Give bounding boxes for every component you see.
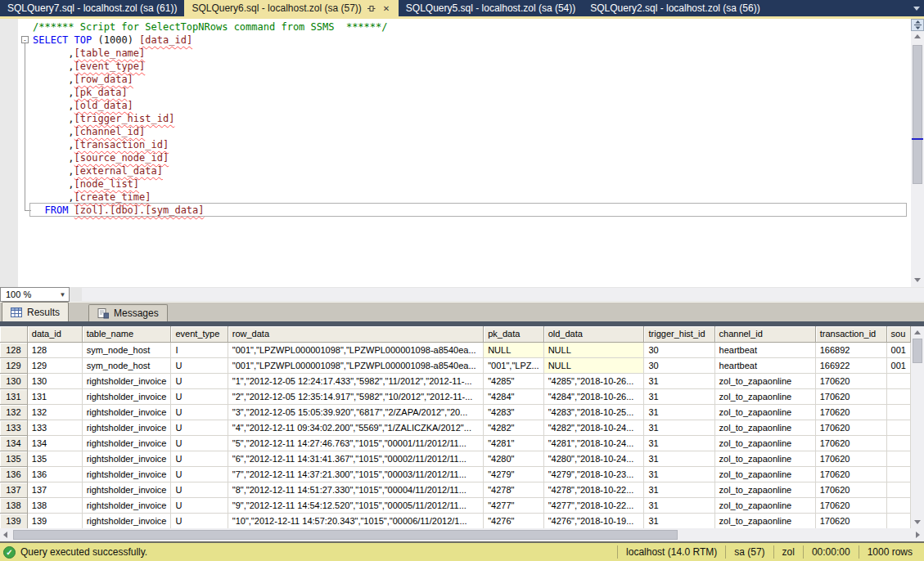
grid-cell[interactable]: 31	[644, 388, 714, 404]
grid-cell[interactable]: "4277"	[484, 497, 543, 513]
grid-cell[interactable]: "4285","2018-10-26...	[543, 373, 644, 388]
grid-cell[interactable]: 001	[886, 357, 910, 373]
grid-cell[interactable]: 170620	[815, 466, 886, 482]
grid-cell[interactable]	[886, 404, 910, 420]
grid-cell[interactable]: "4285"	[484, 373, 543, 388]
grid-cell[interactable]: "4278","2018-10-22...	[543, 482, 644, 497]
row-header[interactable]: 130	[0, 373, 27, 388]
grid-cell[interactable]: rightsholder_invoice	[82, 513, 171, 528]
grid-cell[interactable]: rightsholder_invoice	[82, 451, 171, 466]
column-header-transaction_id[interactable]: transaction_id	[815, 326, 886, 342]
grid-cell[interactable]: "4279"	[484, 466, 543, 482]
grid-cell[interactable]: zol_to_zapaonline	[714, 373, 815, 388]
grid-cell[interactable]	[886, 435, 910, 451]
grid-cell[interactable]: rightsholder_invoice	[82, 497, 171, 513]
grid-cell[interactable]: 170620	[815, 497, 886, 513]
grid-cell[interactable]: 139	[27, 513, 82, 528]
grid-cell[interactable]: "4282","2018-10-24...	[543, 420, 644, 435]
grid-cell[interactable]: 31	[644, 497, 714, 513]
corner-header[interactable]	[0, 326, 27, 342]
grid-cell[interactable]: 134	[27, 435, 82, 451]
grid-cell[interactable]: U	[171, 404, 228, 420]
grid-cell[interactable]: 170620	[815, 513, 886, 528]
grid-cell[interactable]: zol_to_zapaonline	[714, 388, 815, 404]
grid-cell[interactable]: zol_to_zapaonline	[714, 420, 815, 435]
grid-cell[interactable]: 170620	[815, 482, 886, 497]
grid-cell[interactable]: U	[171, 388, 228, 404]
column-header-row_data[interactable]: row_data	[228, 326, 483, 342]
grid-cell[interactable]: "4284"	[484, 388, 543, 404]
row-header[interactable]: 136	[0, 466, 27, 482]
grid-cell[interactable]	[886, 388, 910, 404]
grid-scrollbar-thumb[interactable]	[913, 339, 922, 363]
results-grid[interactable]: data_idtable_nameevent_typerow_datapk_da…	[0, 326, 911, 528]
column-header-pk_data[interactable]: pk_data	[484, 326, 543, 342]
grid-cell[interactable]: 170620	[815, 435, 886, 451]
row-header[interactable]: 138	[0, 497, 27, 513]
grid-cell[interactable]: 001	[886, 342, 910, 357]
grid-cell[interactable]: NULL	[484, 342, 543, 357]
grid-cell[interactable]: 133	[27, 420, 82, 435]
editor-scrollbar-thumb[interactable]	[913, 45, 922, 184]
tab-list-chevron-icon[interactable]	[913, 7, 920, 11]
grid-cell[interactable]: 170620	[815, 404, 886, 420]
grid-cell[interactable]: 30	[644, 357, 714, 373]
document-tab[interactable]: SQLQuery2.sql - localhost.zol (sa (56))	[583, 0, 767, 16]
column-header-old_data[interactable]: old_data	[543, 326, 644, 342]
grid-scroll-up-arrow[interactable]	[914, 330, 921, 334]
grid-cell[interactable]: 166922	[815, 357, 886, 373]
row-header[interactable]: 129	[0, 357, 27, 373]
grid-hscrollbar-thumb[interactable]	[13, 530, 678, 540]
grid-cell[interactable]: zol_to_zapaonline	[714, 497, 815, 513]
grid-cell[interactable]: "4282"	[484, 420, 543, 435]
grid-cell[interactable]: "5","2012-12-11 14:27:46.763","1015","00…	[228, 435, 483, 451]
row-header[interactable]: 134	[0, 435, 27, 451]
code-area[interactable]: /****** Script for SelectTopNRows comman…	[33, 20, 387, 217]
column-header-data_id[interactable]: data_id	[27, 326, 82, 342]
editor-scroll-down-arrow[interactable]	[914, 278, 921, 282]
grid-cell[interactable]: zol_to_zapaonline	[714, 451, 815, 466]
grid-cell[interactable]: U	[171, 497, 228, 513]
grid-cell[interactable]: "8","2012-12-11 14:51:27.330","1015","00…	[228, 482, 483, 497]
grid-cell[interactable]: U	[171, 513, 228, 528]
grid-cell[interactable]: "7","2012-12-11 14:37:21.300","1015","00…	[228, 466, 483, 482]
grid-cell[interactable]: 135	[27, 451, 82, 466]
grid-cell[interactable]: "4280","2018-10-24...	[543, 451, 644, 466]
document-tab-active[interactable]: SQLQuery6.sql - localhost.zol (sa (57)) …	[184, 0, 398, 16]
grid-cell[interactable]: 31	[644, 420, 714, 435]
grid-cell[interactable]	[886, 420, 910, 435]
grid-scroll-down-arrow[interactable]	[914, 520, 921, 524]
grid-cell[interactable]: rightsholder_invoice	[82, 420, 171, 435]
grid-cell[interactable]	[886, 466, 910, 482]
grid-cell[interactable]: rightsholder_invoice	[82, 373, 171, 388]
code-fold-toggle[interactable]: -	[21, 36, 29, 43]
grid-cell[interactable]: sym_node_host	[82, 342, 171, 357]
grid-cell[interactable]: 130	[27, 373, 82, 388]
grid-cell[interactable]: "4284","2018-10-26...	[543, 388, 644, 404]
grid-cell[interactable]: 31	[644, 466, 714, 482]
grid-cell[interactable]: U	[171, 420, 228, 435]
row-header[interactable]: 132	[0, 404, 27, 420]
grid-cell[interactable]: "001","LPZWPL000001098","LPZWPL000001098…	[228, 357, 483, 373]
grid-cell[interactable]: "4277","2018-10-22...	[543, 497, 644, 513]
document-tab[interactable]: SQLQuery5.sql - localhost.zol (sa (54))	[399, 0, 583, 16]
grid-cell[interactable]: 170620	[815, 388, 886, 404]
grid-cell[interactable]: "4","2012-12-11 09:34:02.200","5569","1/…	[228, 420, 483, 435]
grid-cell[interactable]: heartbeat	[714, 342, 815, 357]
grid-cell[interactable]: "001","LPZWPL000001098","LPZWPL000001098…	[228, 342, 483, 357]
grid-cell[interactable]: rightsholder_invoice	[82, 388, 171, 404]
grid-cell[interactable]: U	[171, 435, 228, 451]
grid-cell[interactable]: "4280"	[484, 451, 543, 466]
grid-cell[interactable]: 30	[644, 342, 714, 357]
column-header-event_type[interactable]: event_type	[171, 326, 228, 342]
grid-cell[interactable]: 166892	[815, 342, 886, 357]
grid-cell[interactable]: 129	[27, 357, 82, 373]
grid-cell[interactable]: zol_to_zapaonline	[714, 466, 815, 482]
grid-cell[interactable]: "4281"	[484, 435, 543, 451]
grid-cell[interactable]: 31	[644, 404, 714, 420]
grid-cell[interactable]: rightsholder_invoice	[82, 466, 171, 482]
grid-cell[interactable]: U	[171, 482, 228, 497]
editor-zoom-combo[interactable]: 100 % ▼	[0, 287, 70, 302]
pin-icon[interactable]	[367, 3, 376, 13]
grid-cell[interactable]: 132	[27, 404, 82, 420]
